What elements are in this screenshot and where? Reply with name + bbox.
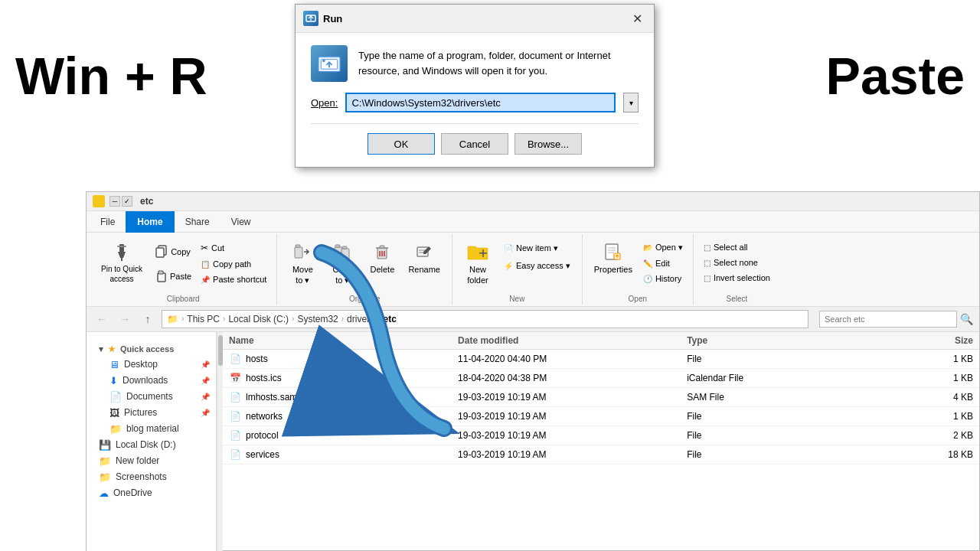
col-name-header[interactable]: Name bbox=[229, 335, 458, 346]
tab-share[interactable]: Share bbox=[175, 212, 220, 232]
file-icon: 📄 bbox=[229, 448, 241, 461]
sidebar-item-documents[interactable]: 📄 Documents 📌 bbox=[87, 389, 216, 405]
edit-label: Edit bbox=[655, 259, 670, 268]
tab-home[interactable]: Home bbox=[126, 211, 174, 233]
run-open-input[interactable]: C:\Windows\System32\drivers\etc bbox=[345, 93, 616, 112]
tab-view[interactable]: View bbox=[220, 212, 262, 232]
select-all-icon: ⬚ bbox=[704, 243, 710, 252]
run-dialog-icon bbox=[303, 11, 318, 26]
easy-access-button[interactable]: ⚡ Easy access ▾ bbox=[498, 258, 576, 274]
breadcrumb[interactable]: 📁 › This PC › Local Disk (C:) › System32… bbox=[162, 310, 808, 328]
rename-button[interactable]: Rename bbox=[403, 237, 446, 279]
quick-access-header: ▾ ★ Quick access bbox=[87, 338, 216, 357]
file-size: 1 KB bbox=[858, 373, 973, 383]
paste-shortcut-label: Paste shortcut bbox=[213, 275, 266, 284]
copy-button[interactable]: Copy bbox=[149, 240, 195, 263]
sidebar-item-pictures[interactable]: 🖼 Pictures 📌 bbox=[87, 405, 216, 421]
sidebar-item-screenshots[interactable]: 📁 Screenshots bbox=[87, 469, 216, 485]
explorer-titlebar: ─ ✓ etc bbox=[87, 192, 979, 211]
tab-file[interactable]: File bbox=[90, 212, 126, 232]
sidebar-item-new-folder[interactable]: 📁 New folder bbox=[87, 453, 216, 469]
search-icon[interactable]: 🔍 bbox=[960, 313, 973, 325]
sidebar-scrollbar[interactable] bbox=[217, 332, 223, 551]
col-date-header[interactable]: Date modified bbox=[458, 335, 687, 346]
crumb-local-disk[interactable]: Local Disk (C:) bbox=[228, 314, 289, 324]
pin-quick-access-button[interactable]: Pin to Quick access bbox=[96, 237, 148, 288]
paste-shortcut-button[interactable]: 📌 Paste shortcut bbox=[197, 272, 270, 286]
new-item-icon: 📄 bbox=[504, 244, 513, 253]
crumb-drivers[interactable]: drivers bbox=[347, 314, 374, 324]
title-control-1[interactable]: ─ bbox=[109, 196, 120, 207]
run-close-button[interactable]: ✕ bbox=[628, 9, 646, 28]
crumb-etc[interactable]: etc bbox=[383, 314, 396, 324]
title-control-2[interactable]: ✓ bbox=[122, 196, 132, 207]
up-button[interactable]: ↑ bbox=[139, 310, 157, 328]
table-row[interactable]: 📅 hosts.ics 18-04-2020 04:38 PM iCalenda… bbox=[223, 369, 979, 388]
rename-label: Rename bbox=[408, 264, 440, 275]
file-list-header: Name Date modified Type Size bbox=[223, 332, 979, 350]
run-ok-button[interactable]: OK bbox=[368, 133, 435, 155]
svg-rect-14 bbox=[158, 271, 163, 274]
paste-button[interactable]: Paste bbox=[149, 265, 195, 288]
col-size-header[interactable]: Size bbox=[858, 335, 973, 346]
open-icon: 📂 bbox=[643, 243, 652, 252]
run-open-label: Open: bbox=[311, 97, 338, 109]
sidebar-item-blog[interactable]: 📁 blog material bbox=[87, 421, 216, 437]
col-type-header[interactable]: Type bbox=[687, 335, 858, 346]
win-r-label: Win + R bbox=[15, 46, 207, 106]
file-name: lmhosts.sam bbox=[246, 392, 297, 403]
file-date: 19-03-2019 10:19 AM bbox=[458, 411, 687, 422]
select-all-label: Select all bbox=[714, 243, 748, 252]
pics-icon: 🖼 bbox=[109, 407, 119, 419]
desktop-label: Desktop bbox=[124, 359, 158, 370]
forward-button[interactable]: → bbox=[116, 310, 134, 328]
file-date: 19-03-2019 10:19 AM bbox=[458, 449, 687, 460]
blog-folder-icon: 📁 bbox=[109, 423, 122, 435]
table-row[interactable]: 📄 protocol 19-03-2019 10:19 AM File 2 KB bbox=[223, 426, 979, 445]
history-button[interactable]: 🕐 History bbox=[639, 272, 687, 285]
cut-button[interactable]: ✂ Cut bbox=[197, 240, 270, 256]
svg-rect-18 bbox=[335, 245, 340, 247]
crumb-this-pc[interactable]: This PC bbox=[187, 314, 220, 324]
properties-button[interactable]: Properties bbox=[589, 237, 638, 279]
invert-selection-button[interactable]: ⬚ Invert selection bbox=[700, 271, 774, 285]
file-name: networks bbox=[246, 411, 283, 422]
ribbon-tabs: File Home Share View bbox=[87, 211, 979, 233]
sidebar-item-onedrive[interactable]: ☁ OneDrive bbox=[87, 485, 216, 501]
crumb-system32[interactable]: System32 bbox=[297, 314, 338, 324]
delete-button[interactable]: Delete bbox=[363, 237, 401, 279]
select-group: ⬚ Select all ⬚ Select none ⬚ Invert sele… bbox=[694, 234, 780, 305]
new-item-button[interactable]: 📄 New item ▾ bbox=[498, 240, 576, 256]
edit-button[interactable]: ✏️ Edit bbox=[639, 256, 687, 270]
run-description-text: Type the name of a program, folder, docu… bbox=[358, 45, 639, 78]
table-row[interactable]: 📄 hosts 11-04-2020 04:40 PM File 1 KB bbox=[223, 350, 979, 369]
search-input[interactable] bbox=[819, 311, 957, 328]
open-label: Open bbox=[629, 293, 647, 305]
screenshots-icon: 📁 bbox=[99, 471, 111, 483]
new-folder-button[interactable]: Newfolder bbox=[459, 237, 497, 290]
table-row[interactable]: 📄 networks 19-03-2019 10:19 AM File 1 KB bbox=[223, 407, 979, 426]
pin-icon-pics: 📌 bbox=[201, 409, 210, 417]
table-row[interactable]: 📄 lmhosts.sam 19-03-2019 10:19 AM SAM Fi… bbox=[223, 388, 979, 407]
organise-label: Organise bbox=[349, 293, 381, 305]
organise-group: Moveto ▾ Copyto ▾ bbox=[277, 234, 452, 305]
run-dropdown-arrow[interactable]: ▾ bbox=[623, 93, 639, 112]
copy-path-button[interactable]: 📋 Copy path bbox=[197, 257, 270, 271]
run-cancel-button[interactable]: Cancel bbox=[441, 133, 508, 155]
file-name: hosts bbox=[246, 354, 268, 364]
sidebar-item-downloads[interactable]: ⬇ Downloads 📌 bbox=[87, 373, 216, 389]
sidebar-item-local-d[interactable]: 💾 Local Disk (D:) bbox=[87, 437, 216, 453]
copy-to-button[interactable]: Copyto ▾ bbox=[323, 237, 361, 290]
select-all-button[interactable]: ⬚ Select all bbox=[700, 240, 774, 254]
select-none-button[interactable]: ⬚ Select none bbox=[700, 256, 774, 269]
open-label: Open ▾ bbox=[655, 243, 683, 253]
back-button[interactable]: ← bbox=[93, 310, 111, 328]
clipboard-group: Pin to Quick access Copy bbox=[90, 234, 277, 305]
run-browse-button[interactable]: Browse... bbox=[514, 133, 582, 155]
move-to-button[interactable]: Moveto ▾ bbox=[283, 237, 322, 290]
table-row[interactable]: 📄 services 19-03-2019 10:19 AM File 18 K… bbox=[223, 445, 979, 465]
svg-rect-23 bbox=[380, 246, 384, 248]
file-type: File bbox=[687, 449, 858, 460]
sidebar-item-desktop[interactable]: 🖥 Desktop 📌 bbox=[87, 357, 216, 373]
open-button[interactable]: 📂 Open ▾ bbox=[639, 240, 687, 255]
